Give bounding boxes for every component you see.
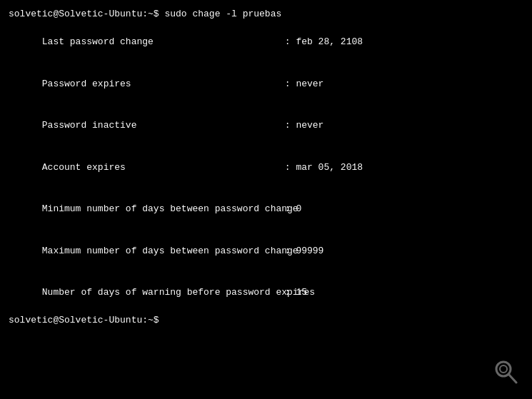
label-0: Last password change xyxy=(42,35,285,49)
terminal-window[interactable]: solvetic@Solvetic-Ubuntu:~$ sudo chage -… xyxy=(0,0,532,399)
terminal-output: Last password change: feb 28, 2108 Passw… xyxy=(9,21,523,314)
label-1: Password expires xyxy=(42,77,285,91)
value-3: : mar 05, 2018 xyxy=(285,161,363,175)
label-6: Number of days of warning before passwor… xyxy=(42,286,285,300)
label-4: Minimum number of days between password … xyxy=(42,202,285,216)
value-1: : never xyxy=(285,77,324,91)
svg-line-2 xyxy=(508,374,516,383)
output-row-2: Password inactive: never xyxy=(9,105,523,147)
output-row-1: Password expires: never xyxy=(9,63,523,105)
command-line: solvetic@Solvetic-Ubuntu:~$ sudo chage -… xyxy=(9,7,523,21)
output-row-0: Last password change: feb 28, 2108 xyxy=(9,21,523,64)
value-5: : 99999 xyxy=(285,244,324,258)
value-2: : never xyxy=(285,118,324,133)
value-6: : 15 xyxy=(285,286,307,300)
output-row-4: Minimum number of days between password … xyxy=(9,188,523,231)
label-3: Account expires xyxy=(42,161,285,175)
label-2: Password inactive xyxy=(42,118,285,133)
svg-point-1 xyxy=(500,365,507,373)
value-4: : 0 xyxy=(285,202,301,216)
output-row-6: Number of days of warning before passwor… xyxy=(9,272,523,314)
output-row-5: Maximum number of days between password … xyxy=(9,230,523,272)
value-0: : feb 28, 2108 xyxy=(285,35,363,49)
output-row-3: Account expires: mar 05, 2018 xyxy=(9,146,523,188)
label-5: Maximum number of days between password … xyxy=(42,244,285,258)
prompt-end: solvetic@Solvetic-Ubuntu:~$ xyxy=(9,313,523,328)
watermark-icon xyxy=(491,358,519,386)
